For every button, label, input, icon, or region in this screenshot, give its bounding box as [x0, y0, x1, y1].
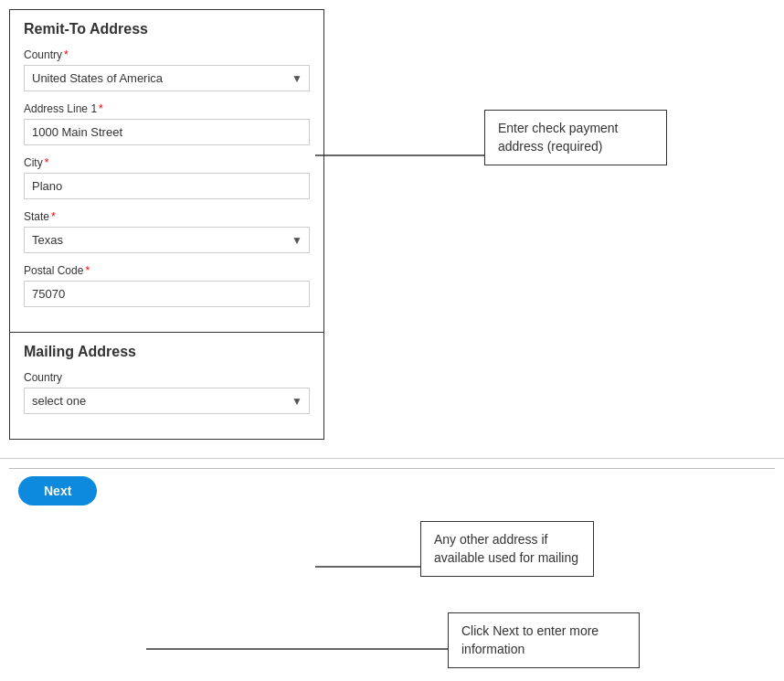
mailing-section-title: Mailing Address: [24, 344, 310, 360]
address-label: Address Line 1*: [24, 102, 310, 115]
city-field-group: City*: [24, 156, 310, 199]
mailing-country-label: Country: [24, 371, 310, 384]
postal-field-group: Postal Code*: [24, 264, 310, 307]
country-select-wrapper: United States of America Canada Mexico ▼: [24, 65, 310, 91]
remit-callout: Enter check payment address (required): [484, 110, 667, 165]
mailing-section: Mailing Address Country select one Unite…: [9, 333, 324, 440]
address-field-group: Address Line 1*: [24, 102, 310, 145]
state-select-wrapper: Texas California New York Florida ▼: [24, 227, 310, 253]
mailing-country-field-group: Country select one United States of Amer…: [24, 371, 310, 414]
mailing-country-select[interactable]: select one United States of America Cana…: [24, 388, 310, 414]
country-select[interactable]: United States of America Canada Mexico: [24, 65, 310, 91]
next-callout: Click Next to enter more information: [448, 612, 640, 668]
mailing-callout: Any other address if available used for …: [420, 521, 594, 577]
state-label: State*: [24, 210, 310, 223]
city-label: City*: [24, 156, 310, 169]
remit-to-section: Remit-To Address Country* United States …: [9, 9, 324, 333]
next-button[interactable]: Next: [18, 476, 97, 505]
postal-label: Postal Code*: [24, 264, 310, 277]
country-label: Country*: [24, 48, 310, 61]
state-field-group: State* Texas California New York Florida…: [24, 210, 310, 253]
state-select[interactable]: Texas California New York Florida: [24, 227, 310, 253]
city-input[interactable]: [24, 173, 310, 199]
country-field-group: Country* United States of America Canada…: [24, 48, 310, 91]
postal-input[interactable]: [24, 281, 310, 307]
address-input[interactable]: [24, 119, 310, 145]
bottom-area: Next: [9, 468, 775, 505]
mailing-country-select-wrapper: select one United States of America Cana…: [24, 388, 310, 414]
remit-section-title: Remit-To Address: [24, 21, 310, 37]
